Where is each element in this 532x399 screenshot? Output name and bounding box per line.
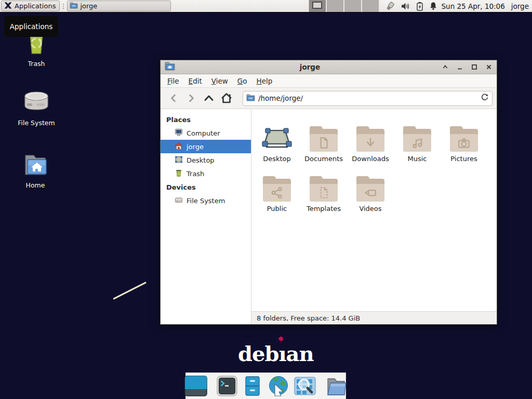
up-button[interactable] <box>200 90 218 106</box>
folder-item-label: Desktop <box>263 155 291 164</box>
sidebar-item-label: Trash <box>187 170 204 178</box>
applications-tooltip: Applications <box>4 16 58 37</box>
folder-item-music[interactable]: Music <box>394 114 441 164</box>
forward-button[interactable] <box>182 90 200 106</box>
folder-item-label: Pictures <box>450 155 477 164</box>
sidebar-devices-header: Devices <box>161 180 251 194</box>
menu-help[interactable]: Help <box>252 75 277 87</box>
folder-item-label: Public <box>267 205 287 214</box>
taskbar-window-button[interactable]: jorge <box>67 1 171 11</box>
workspace-1[interactable] <box>309 0 327 12</box>
minimize-button[interactable] <box>456 63 463 71</box>
taskbar-window-label: jorge <box>80 2 97 10</box>
desktop-surface-icon <box>262 126 292 152</box>
workspace-window-preview <box>312 2 322 9</box>
drive-icon <box>175 196 183 206</box>
sidebar-item-label: File System <box>187 197 225 205</box>
sidebar-item-jorge[interactable]: jorge <box>161 140 251 153</box>
workspace-switcher <box>309 0 380 12</box>
workspace-2[interactable] <box>327 0 344 12</box>
tooltip-text: Applications <box>10 22 52 31</box>
sidebar-item-filesystem[interactable]: File System <box>161 194 251 207</box>
menu-view[interactable]: View <box>207 75 233 87</box>
documents-folder-icon <box>310 129 338 152</box>
sidebar-item-trash[interactable]: Trash <box>161 167 251 180</box>
templates-folder-icon <box>310 179 338 202</box>
workspace-4[interactable] <box>362 0 380 12</box>
desktop-icon-filesystem[interactable]: File System <box>11 90 61 127</box>
music-folder-icon <box>403 129 431 152</box>
desktop-line-artifact <box>113 282 147 300</box>
sidebar-item-computer[interactable]: Computer <box>161 126 251 140</box>
debian-wordmark-part3: an <box>286 341 314 366</box>
file-manager-window: jorge File Edit View Go Help <box>160 60 497 325</box>
battery-icon[interactable] <box>416 2 423 11</box>
sidebar-places-header: Places <box>161 113 251 126</box>
debian-wordmark: debıan <box>238 343 314 364</box>
applications-menu-label: Applications <box>15 2 56 10</box>
menu-edit[interactable]: Edit <box>184 75 207 87</box>
desktop-icon-filesystem-label: File System <box>18 119 55 127</box>
desktop-icon-home[interactable]: Home <box>10 152 60 189</box>
desktop-icon-home-label: Home <box>26 181 45 189</box>
folder-item-label: Downloads <box>352 155 389 164</box>
home-button[interactable] <box>218 90 235 106</box>
downloads-folder-icon <box>356 129 384 152</box>
system-tray <box>385 2 437 11</box>
app-finder-launcher[interactable] <box>294 376 316 396</box>
sidebar-item-label: Computer <box>187 129 220 137</box>
folder-item-documents[interactable]: Documents <box>300 114 347 164</box>
folder-item-label: Videos <box>359 205 381 214</box>
menu-go[interactable]: Go <box>233 75 252 87</box>
desktop-icon <box>175 155 183 165</box>
workspace-3[interactable] <box>344 0 362 12</box>
panel-clock[interactable]: Sun 25 Apr, 10:06 <box>442 2 505 10</box>
trash-small-icon <box>175 169 183 179</box>
folder-item-label: Templates <box>307 205 341 214</box>
terminal-launcher[interactable] <box>217 376 237 396</box>
applications-menu-button[interactable]: Applications <box>1 1 60 11</box>
folder-item-videos[interactable]: Videos <box>347 164 394 214</box>
folder-item-desktop[interactable]: Desktop <box>254 114 300 164</box>
sidebar-item-desktop[interactable]: Desktop <box>161 153 251 167</box>
maximize-button[interactable] <box>471 63 478 71</box>
path-bar[interactable]: /home/jorge/ <box>243 91 493 106</box>
address-text[interactable]: /home/jorge/ <box>258 94 477 102</box>
hard-drive-icon <box>23 90 50 116</box>
sidebar: Places Computer <box>161 109 251 324</box>
folder-shortcut[interactable] <box>325 376 347 396</box>
close-button[interactable] <box>485 63 493 71</box>
desktop-icon-trash-label: Trash <box>28 60 45 68</box>
shade-button[interactable] <box>442 63 449 71</box>
pictures-folder-icon <box>450 129 478 152</box>
folder-item-public[interactable]: Public <box>254 164 300 214</box>
folder-item-templates[interactable]: Templates <box>300 164 347 214</box>
folder-view[interactable]: Desktop Documents <box>251 109 497 311</box>
top-panel: Applications jorge <box>0 0 532 13</box>
path-folder-icon <box>246 94 255 103</box>
titlebar[interactable]: jorge <box>161 60 497 74</box>
sidebar-item-label: Desktop <box>187 156 215 164</box>
debian-wordmark-i: ı <box>278 341 286 366</box>
removable-media-icon[interactable] <box>385 2 395 11</box>
menu-file[interactable]: File <box>163 75 184 87</box>
status-text: 8 folders, Free space: 14.4 GiB <box>257 314 360 322</box>
panel-handle[interactable] <box>61 2 65 10</box>
folder-item-downloads[interactable]: Downloads <box>347 114 394 164</box>
public-folder-icon <box>263 179 291 202</box>
file-manager-launcher[interactable] <box>242 376 263 396</box>
panel-username[interactable]: jorge <box>511 2 529 10</box>
computer-icon <box>175 128 183 138</box>
videos-folder-icon <box>356 179 384 202</box>
home-icon <box>175 142 183 152</box>
folder-item-label: Documents <box>304 155 343 164</box>
web-browser-launcher[interactable] <box>268 375 289 397</box>
volume-icon[interactable] <box>401 2 410 10</box>
back-button[interactable] <box>165 90 182 106</box>
show-desktop-button[interactable] <box>184 376 207 396</box>
window-title: jorge <box>178 63 442 71</box>
folder-item-pictures[interactable]: Pictures <box>441 114 487 164</box>
notification-bell-icon[interactable] <box>429 2 437 10</box>
reload-icon[interactable] <box>481 93 489 103</box>
xfce-applications-icon <box>4 1 12 11</box>
